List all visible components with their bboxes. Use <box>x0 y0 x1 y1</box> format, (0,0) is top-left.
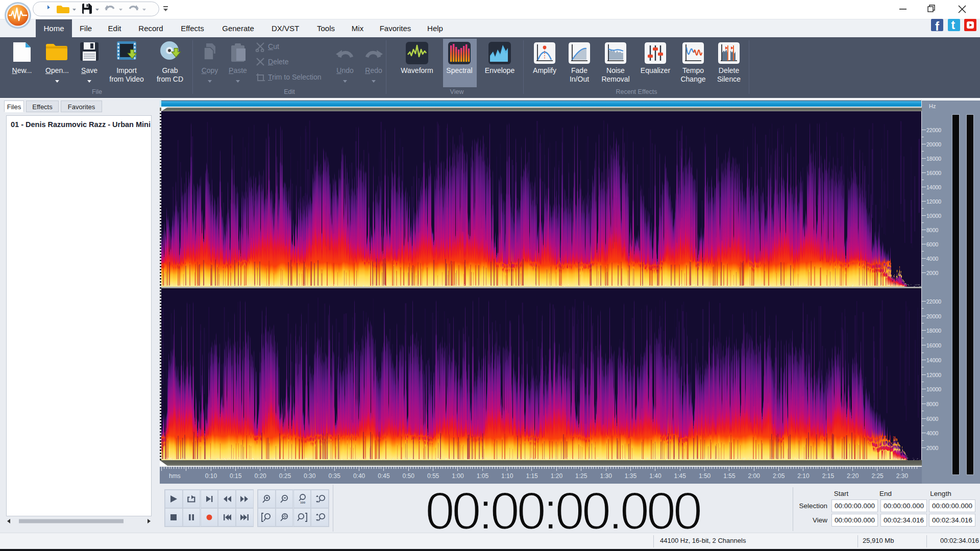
svg-text:100: 100 <box>300 501 306 504</box>
